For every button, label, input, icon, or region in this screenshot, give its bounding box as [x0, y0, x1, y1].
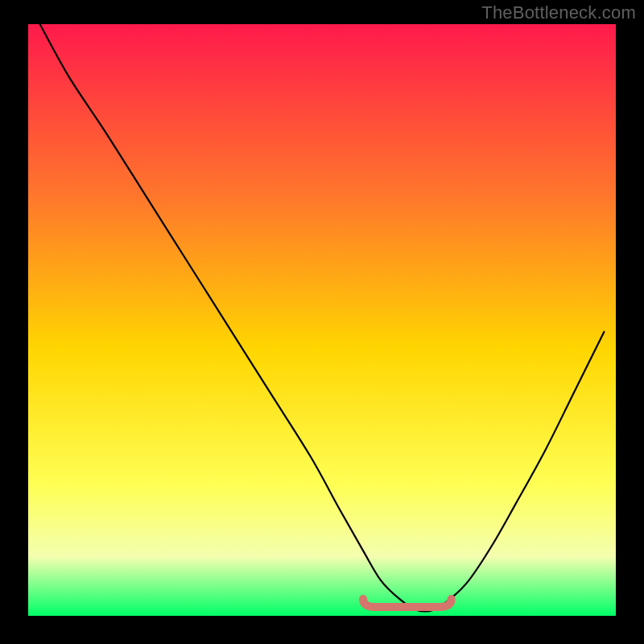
chart-frame: TheBottleneck.com [0, 0, 644, 644]
attribution-label: TheBottleneck.com [481, 2, 636, 23]
plot-area [28, 24, 616, 616]
gradient-background [28, 24, 616, 616]
chart-svg [28, 24, 616, 616]
